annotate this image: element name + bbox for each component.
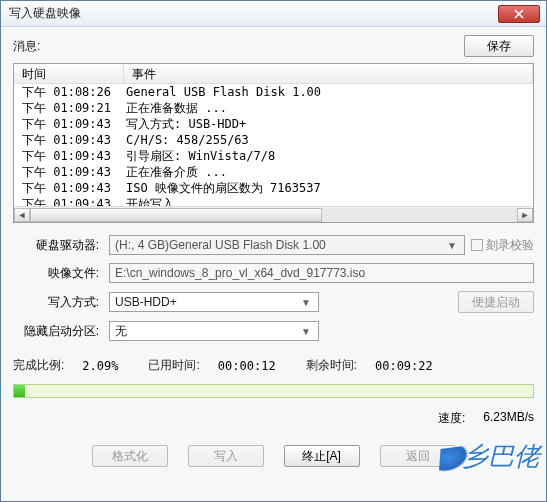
- verify-label: 刻录校验: [486, 237, 534, 254]
- main-window: 写入硬盘映像 消息: 保存 时间 事件 下午 01:08:26General U…: [0, 0, 547, 502]
- log-col-event[interactable]: 事件: [124, 64, 533, 83]
- chevron-down-icon: ▼: [445, 240, 459, 251]
- quickboot-button[interactable]: 便捷启动: [458, 291, 534, 313]
- log-body[interactable]: 下午 01:08:26General USB Flash Disk 1.00 下…: [14, 84, 533, 206]
- log-row: 下午 01:09:21正在准备数据 ...: [14, 100, 533, 116]
- write-method-label: 写入方式:: [13, 294, 103, 311]
- speed-label: 速度:: [438, 410, 465, 427]
- back-button[interactable]: 返回: [380, 445, 456, 467]
- checkbox-icon: [471, 239, 483, 251]
- speed-value: 6.23MB/s: [483, 410, 534, 427]
- drive-value: (H:, 4 GB)General USB Flash Disk 1.00: [115, 238, 326, 252]
- titlebar[interactable]: 写入硬盘映像: [1, 1, 546, 27]
- scroll-thumb[interactable]: [30, 208, 322, 222]
- log-row: 下午 01:08:26General USB Flash Disk 1.00: [14, 84, 533, 100]
- scroll-left-icon[interactable]: ◄: [14, 208, 30, 222]
- image-path-input[interactable]: E:\cn_windows_8_pro_vl_x64_dvd_917773.is…: [109, 263, 534, 283]
- window-title: 写入硬盘映像: [9, 5, 498, 22]
- log-row: 下午 01:09:43C/H/S: 458/255/63: [14, 132, 533, 148]
- remain-label: 剩余时间:: [306, 357, 357, 374]
- content-area: 消息: 保存 时间 事件 下午 01:08:26General USB Flas…: [1, 27, 546, 501]
- write-button[interactable]: 写入: [188, 445, 264, 467]
- abort-button[interactable]: 终止[A]: [284, 445, 360, 467]
- log-row: 下午 01:09:43引导扇区: WinVista/7/8: [14, 148, 533, 164]
- log-header: 时间 事件: [14, 64, 533, 84]
- write-method-select[interactable]: USB-HDD+ ▼: [109, 292, 319, 312]
- format-button[interactable]: 格式化: [92, 445, 168, 467]
- log-row: 下午 01:09:43开始写入 ...: [14, 196, 533, 206]
- log-row: 下午 01:09:43ISO 映像文件的扇区数为 7163537: [14, 180, 533, 196]
- horizontal-scrollbar[interactable]: ◄ ►: [14, 206, 533, 222]
- log-row: 下午 01:09:43正在准备介质 ...: [14, 164, 533, 180]
- drive-label: 硬盘驱动器:: [13, 237, 103, 254]
- image-label: 映像文件:: [13, 265, 103, 282]
- image-value: E:\cn_windows_8_pro_vl_x64_dvd_917773.is…: [115, 266, 365, 280]
- remain-value: 00:09:22: [375, 359, 433, 373]
- elapsed-value: 00:00:12: [218, 359, 276, 373]
- chevron-down-icon: ▼: [299, 326, 313, 337]
- save-button[interactable]: 保存: [464, 35, 534, 57]
- close-icon: [514, 9, 524, 19]
- verify-checkbox[interactable]: 刻录校验: [471, 237, 534, 254]
- progress-fill: [14, 385, 25, 397]
- log-col-time[interactable]: 时间: [14, 64, 124, 83]
- log-row: 下午 01:09:43写入方式: USB-HDD+: [14, 116, 533, 132]
- hidden-partition-select[interactable]: 无 ▼: [109, 321, 319, 341]
- log-panel: 时间 事件 下午 01:08:26General USB Flash Disk …: [13, 63, 534, 223]
- close-button[interactable]: [498, 5, 540, 23]
- hidden-partition-label: 隐藏启动分区:: [13, 323, 103, 340]
- scroll-track[interactable]: [30, 208, 517, 222]
- progress-bar: [13, 384, 534, 398]
- stats-row: 完成比例: 2.09% 已用时间: 00:00:12 剩余时间: 00:09:2…: [13, 357, 534, 374]
- elapsed-label: 已用时间:: [148, 357, 199, 374]
- scroll-right-icon[interactable]: ►: [517, 208, 533, 222]
- drive-select[interactable]: (H:, 4 GB)General USB Flash Disk 1.00 ▼: [109, 235, 465, 255]
- chevron-down-icon: ▼: [299, 297, 313, 308]
- messages-label: 消息:: [13, 38, 40, 55]
- hidden-partition-value: 无: [115, 323, 127, 340]
- done-value: 2.09%: [82, 359, 118, 373]
- write-method-value: USB-HDD+: [115, 295, 177, 309]
- done-label: 完成比例:: [13, 357, 64, 374]
